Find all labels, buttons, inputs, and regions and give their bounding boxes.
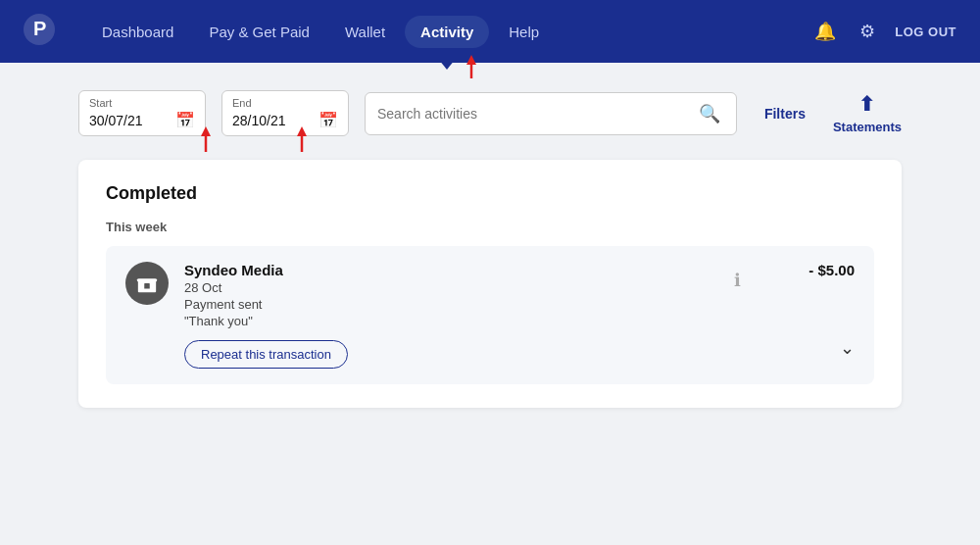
search-button[interactable]: 🔍 [695, 103, 724, 124]
svg-rect-4 [137, 278, 157, 281]
content-area: Start 30/07/21 📅 End 28/10/21 📅 🔍 [0, 63, 980, 545]
nav-link-wallet[interactable]: Wallet [329, 16, 401, 48]
search-bar: 🔍 [365, 92, 737, 135]
settings-button[interactable]: ⚙ [856, 17, 879, 46]
svg-rect-3 [144, 283, 150, 289]
expand-button[interactable]: ⌄ [840, 337, 855, 359]
paypal-logo-icon: P [24, 14, 55, 45]
nav-link-help[interactable]: Help [493, 16, 555, 48]
search-input[interactable] [377, 106, 695, 122]
svg-rect-6 [150, 281, 153, 284]
end-date-label: End [232, 97, 338, 109]
transaction-middle: ℹ [698, 262, 776, 291]
gear-icon: ⚙ [859, 22, 875, 41]
transaction-amount: - $5.00 [808, 262, 855, 278]
svg-rect-5 [142, 281, 145, 284]
end-calendar-icon: 📅 [318, 111, 338, 129]
end-date-field[interactable]: End 28/10/21 📅 [221, 90, 349, 136]
filters-label: Filters [764, 106, 806, 122]
repeat-transaction-button[interactable]: Repeat this transaction [184, 340, 348, 369]
table-row: Syndeo Media 28 Oct Payment sent "Thank … [106, 246, 874, 384]
transaction-date: 28 Oct [184, 280, 698, 295]
transaction-type: Payment sent [184, 297, 698, 312]
nav-link-dashboard[interactable]: Dashboard [86, 16, 189, 48]
svg-text:P: P [33, 18, 46, 39]
logout-button[interactable]: LOG OUT [895, 25, 956, 39]
statements-button[interactable]: ⬆ Statements [833, 92, 902, 134]
nav-link-pay-get-paid[interactable]: Pay & Get Paid [193, 16, 325, 48]
start-date-label: Start [89, 97, 195, 109]
end-date-value: 28/10/21 [232, 113, 286, 128]
info-icon[interactable]: ℹ [734, 270, 741, 291]
week-label: This week [106, 220, 874, 234]
transaction-note: "Thank you" [184, 314, 698, 328]
nav-right: 🔔 ⚙ LOG OUT [810, 17, 956, 46]
nav-links: Dashboard Pay & Get Paid Wallet Activity… [86, 16, 810, 48]
toolbar: Start 30/07/21 📅 End 28/10/21 📅 🔍 [78, 90, 902, 136]
transaction-details: Syndeo Media 28 Oct Payment sent "Thank … [184, 262, 698, 369]
start-date-value: 30/07/21 [89, 113, 143, 128]
section-title: Completed [106, 183, 874, 204]
transaction-name: Syndeo Media [184, 262, 698, 278]
transaction-amount-col: - $5.00 ⌄ [776, 262, 855, 359]
filters-button[interactable]: Filters [753, 98, 817, 129]
statements-label: Statements [833, 120, 902, 134]
bell-icon: 🔔 [814, 22, 836, 41]
statements-icon: ⬆ [858, 92, 875, 116]
building-icon [136, 272, 158, 294]
navbar-logo[interactable]: P [24, 14, 55, 49]
main-card: Completed This week Syndeo Media [78, 160, 902, 408]
navbar: P Dashboard Pay & Get Paid Wallet Activi… [0, 0, 980, 63]
search-icon: 🔍 [699, 104, 720, 124]
transaction-icon [125, 262, 169, 305]
nav-link-activity[interactable]: Activity [405, 16, 489, 48]
start-calendar-icon: 📅 [175, 111, 195, 129]
chevron-down-icon: ⌄ [840, 338, 855, 358]
notifications-button[interactable]: 🔔 [810, 17, 840, 46]
start-date-field[interactable]: Start 30/07/21 📅 [78, 90, 206, 136]
